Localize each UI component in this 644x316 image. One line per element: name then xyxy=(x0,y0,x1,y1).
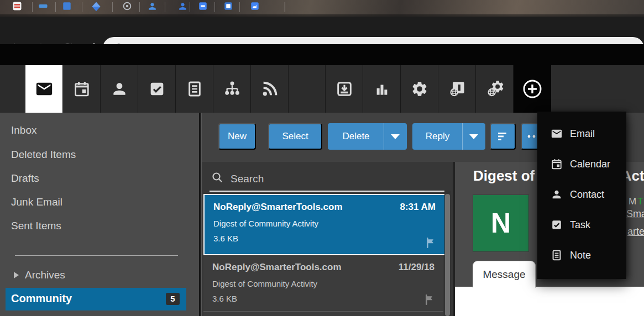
search-underline xyxy=(210,191,451,192)
tab-separator xyxy=(55,2,56,12)
expand-triangle-icon[interactable] xyxy=(14,272,19,278)
menu-item-contact[interactable]: Contact xyxy=(537,181,626,208)
pinned-tab-favicon[interactable] xyxy=(147,1,158,12)
tab-contacts[interactable] xyxy=(100,65,138,113)
hierarchy-icon xyxy=(223,80,241,98)
unread-count-badge: 5 xyxy=(166,293,180,305)
email-size: 3.6 KB xyxy=(213,234,238,243)
email-sender: NoReply@SmarterTools.com xyxy=(212,262,342,273)
screen: https://mail.smartertools.com/interface/… xyxy=(0,0,644,316)
tab-separator xyxy=(112,2,113,12)
email-subject: Digest of Community Activity xyxy=(213,219,318,228)
reply-dropdown-arrow[interactable] xyxy=(463,134,485,139)
new-item-menu: Email Calendar Contact Task Note xyxy=(537,112,626,279)
menu-item-email[interactable]: Email xyxy=(537,120,626,148)
globe-chart-icon xyxy=(448,80,466,98)
reply-split-button[interactable]: Reply xyxy=(412,123,485,150)
sidebar-item-sent-items[interactable]: Sent Items xyxy=(11,219,61,233)
link-fragment[interactable]: Sma xyxy=(626,208,644,220)
email-list-item[interactable]: NoReply@SmarterTools.com 11/29/18 Digest… xyxy=(203,255,443,312)
tab-import[interactable] xyxy=(325,65,363,113)
search-input[interactable] xyxy=(229,170,442,188)
flag-icon[interactable] xyxy=(424,294,434,306)
search-box[interactable] xyxy=(206,166,448,191)
new-button[interactable]: New xyxy=(218,123,256,150)
tab-settings[interactable] xyxy=(400,65,438,113)
tab-calendar[interactable] xyxy=(62,65,101,113)
reply-button[interactable]: Reply xyxy=(413,131,462,142)
note-icon xyxy=(186,80,203,98)
sort-button[interactable] xyxy=(490,123,516,150)
tab-domain-settings[interactable] xyxy=(475,65,514,113)
email-size: 3.6 KB xyxy=(212,294,237,303)
tab-tasks[interactable] xyxy=(138,65,176,113)
menu-item-calendar[interactable]: Calendar xyxy=(537,150,626,178)
tab-spacer xyxy=(288,65,326,113)
browser-navbar: https://mail.smartertools.com/interface/… xyxy=(0,17,644,44)
link-fragment[interactable]: arte xyxy=(627,226,644,238)
delete-split-button[interactable]: Delete xyxy=(328,123,407,150)
bar-chart-icon xyxy=(374,81,390,97)
tab-notes[interactable] xyxy=(175,65,213,113)
tab-separator xyxy=(214,2,215,12)
calendar-icon xyxy=(551,158,563,170)
import-icon xyxy=(336,80,353,98)
gear-icon xyxy=(411,80,428,98)
pinned-tab-favicon[interactable] xyxy=(122,1,132,11)
search-icon xyxy=(211,171,224,184)
sidebar-item-archives[interactable]: Archives xyxy=(25,268,65,282)
menu-item-note[interactable]: Note xyxy=(537,241,626,269)
sidebar-item-inbox[interactable]: Inbox xyxy=(11,123,36,138)
email-list-item-selected[interactable]: NoReply@SmarterTools.com 8:31 AM Digest … xyxy=(203,194,446,255)
app-toolbar xyxy=(0,65,644,113)
tab-message[interactable]: Message xyxy=(473,261,536,288)
sidebar-divider xyxy=(15,255,178,256)
sidebar-item-community[interactable]: Community 5 xyxy=(6,288,186,310)
scrollbar-thumb[interactable] xyxy=(445,194,450,316)
green-text-fragment: T xyxy=(637,196,643,207)
community-label: Community xyxy=(11,292,72,305)
delete-button[interactable]: Delete xyxy=(328,131,384,142)
chevron-down-icon xyxy=(391,134,400,139)
sidebar-item-junk-email[interactable]: Junk Email xyxy=(11,195,62,209)
globe-gear-icon xyxy=(486,80,504,98)
list-scrollbar[interactable] xyxy=(444,191,451,316)
menu-item-task[interactable]: Task xyxy=(537,211,626,239)
email-time: 11/29/18 xyxy=(399,262,434,273)
pinned-tab-favicon[interactable] xyxy=(250,1,260,11)
sidebar-item-deleted-items[interactable]: Deleted Items xyxy=(11,148,76,162)
tab-domain-reports[interactable] xyxy=(438,65,476,113)
delete-dropdown-arrow[interactable] xyxy=(384,134,406,139)
sort-icon xyxy=(496,130,510,143)
plus-circle-icon xyxy=(522,78,543,99)
tab-rss-feeds[interactable] xyxy=(250,65,289,113)
tab-email[interactable] xyxy=(25,65,63,113)
calendar-icon xyxy=(73,80,91,98)
browser-tab-strip xyxy=(0,0,644,17)
contact-icon xyxy=(551,188,563,201)
pinned-tab-favicon[interactable] xyxy=(177,1,188,12)
pinned-tab-favicon[interactable] xyxy=(198,1,208,11)
tab-separator xyxy=(239,2,240,12)
tab-separator xyxy=(82,2,82,12)
tab-reports[interactable] xyxy=(363,65,401,113)
note-icon xyxy=(551,249,563,261)
pinned-tab-favicon[interactable] xyxy=(12,1,22,11)
flag-icon[interactable] xyxy=(425,237,436,249)
tab-separator xyxy=(190,2,190,12)
email-subject: Digest of Community Activity xyxy=(212,279,317,288)
pinned-tab-favicon[interactable] xyxy=(223,1,233,11)
pinned-tab-favicon[interactable] xyxy=(91,1,102,12)
select-button[interactable]: Select xyxy=(268,123,322,150)
time-fragment: M xyxy=(629,196,636,207)
email-sender: NoReply@SmarterTools.com xyxy=(213,202,343,213)
email-list-item-partial[interactable] xyxy=(203,312,443,316)
message-list-pane: NoReply@SmarterTools.com 8:31 AM Digest … xyxy=(201,162,454,316)
pinned-tab-favicon[interactable] xyxy=(38,1,48,11)
email-icon xyxy=(35,80,54,98)
tab-domain-hierarchy[interactable] xyxy=(213,65,251,113)
sidebar-item-drafts[interactable]: Drafts xyxy=(11,171,39,186)
new-item-button[interactable] xyxy=(513,65,551,113)
rss-icon xyxy=(261,80,279,98)
pinned-tab-favicon[interactable] xyxy=(62,1,72,11)
